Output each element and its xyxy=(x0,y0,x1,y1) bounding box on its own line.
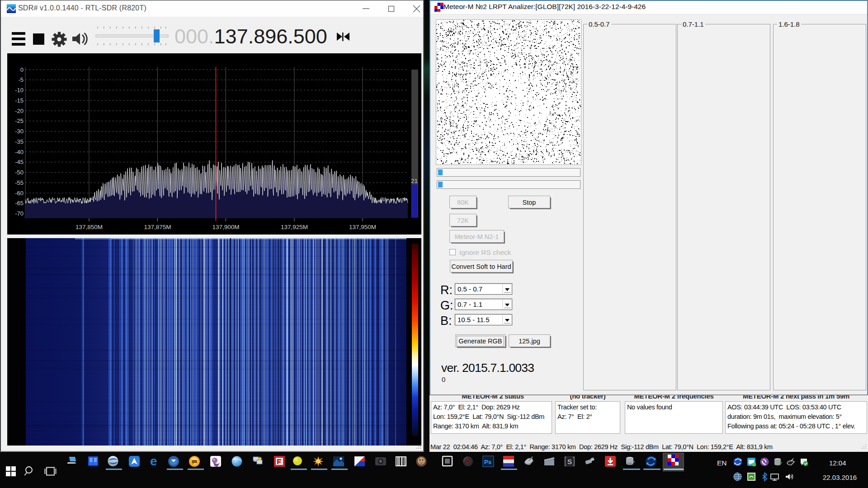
svg-text:-25: -25 xyxy=(15,117,24,124)
svg-text:21: 21 xyxy=(411,178,418,184)
svg-text:e: e xyxy=(150,455,157,467)
svg-text:-30: -30 xyxy=(15,128,24,135)
svg-text:0: 0 xyxy=(20,66,24,73)
svg-text:-65: -65 xyxy=(15,200,24,206)
svg-text:-50: -50 xyxy=(15,169,24,176)
svg-text:-45: -45 xyxy=(15,159,24,165)
svg-text:137,900M: 137,900M xyxy=(212,224,239,230)
svg-text:-60: -60 xyxy=(15,190,24,197)
svg-text:-70: -70 xyxy=(15,210,24,217)
svg-text:-20: -20 xyxy=(15,108,24,114)
svg-text:137,850M: 137,850M xyxy=(75,224,103,230)
svg-text:137,875M: 137,875M xyxy=(144,224,171,230)
svg-text:-35: -35 xyxy=(15,138,24,145)
svg-text:-5: -5 xyxy=(18,76,24,83)
svg-text:-10: -10 xyxy=(15,87,24,94)
svg-text:-55: -55 xyxy=(15,179,24,186)
svg-text:-15: -15 xyxy=(15,97,24,104)
svg-text:137,925M: 137,925M xyxy=(281,224,308,230)
svg-text:Ps: Ps xyxy=(484,459,491,465)
svg-text:137,950M: 137,950M xyxy=(349,224,376,230)
svg-text:-40: -40 xyxy=(15,149,24,155)
svg-text:S: S xyxy=(567,458,572,465)
